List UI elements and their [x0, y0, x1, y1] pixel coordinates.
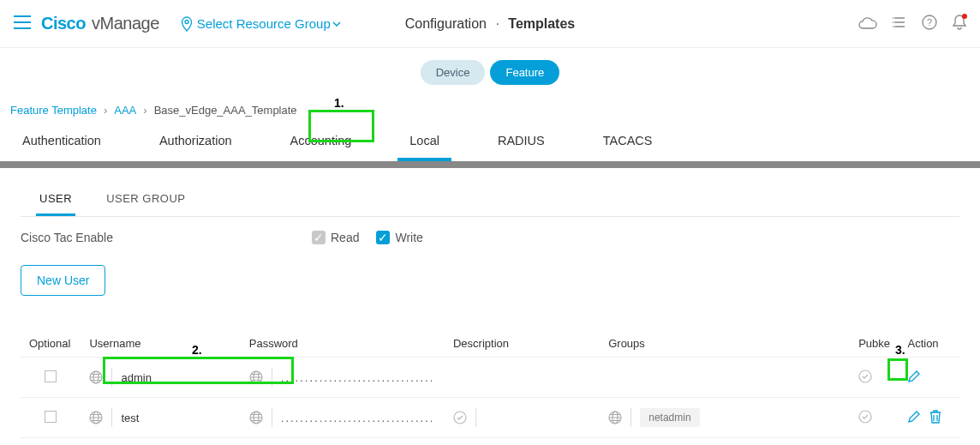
main-tabs: Authentication Authorization Accounting …: [0, 123, 980, 161]
users-table: Optional Username Password Description G…: [21, 330, 959, 445]
brand-main: Cisco: [41, 14, 86, 33]
check-icon: ✓: [376, 231, 390, 244]
table-row: admin................................: [21, 358, 959, 398]
edit-icon[interactable]: [907, 410, 921, 426]
subtab-user[interactable]: USER: [36, 183, 75, 216]
app-header: Cisco vManage Select Resource Group Conf…: [0, 0, 980, 48]
divider: [630, 408, 631, 427]
password-value: ................................: [281, 371, 435, 384]
tab-tacacs[interactable]: TACACS: [591, 123, 665, 161]
group-tag: netadmin: [640, 408, 699, 427]
menu-icon[interactable]: [14, 15, 31, 32]
col-password: Password: [241, 330, 445, 358]
globe-icon[interactable]: [608, 411, 622, 424]
resource-group-label: Select Resource Group: [197, 16, 331, 31]
template-type-toggle: Device Feature: [0, 48, 980, 97]
chevron-right-icon: ›: [143, 104, 146, 117]
help-icon[interactable]: ?: [922, 15, 937, 33]
svg-point-18: [859, 411, 871, 423]
delete-icon[interactable]: [929, 410, 941, 426]
subtab-user-group[interactable]: USER GROUP: [103, 183, 188, 216]
check-icon: ✓: [312, 231, 326, 244]
globe-icon[interactable]: [89, 370, 103, 384]
new-user-button[interactable]: New User: [21, 265, 105, 296]
globe-icon[interactable]: [249, 370, 263, 384]
content-area: USER USER GROUP Cisco Tac Enable ✓ Read …: [0, 183, 980, 445]
tab-local[interactable]: Local: [397, 123, 451, 161]
crumb-current: Base_vEdge_AAA_Template: [154, 104, 297, 117]
divider: [111, 368, 112, 387]
check-circle-icon[interactable]: [858, 370, 872, 383]
optional-checkbox[interactable]: [45, 411, 57, 423]
divider: [272, 408, 272, 427]
page-section: Configuration: [405, 16, 487, 31]
tab-accounting[interactable]: Accounting: [278, 123, 364, 161]
tac-label: Cisco Tac Enable: [21, 231, 312, 244]
page-title: Configuration · Templates: [405, 16, 575, 32]
tab-radius[interactable]: RADIUS: [486, 123, 557, 161]
svg-point-15: [454, 412, 466, 424]
sub-tabs: USER USER GROUP: [21, 183, 959, 217]
brand-logo: Cisco vManage: [41, 14, 159, 33]
col-optional: Optional: [21, 330, 81, 358]
resource-group-selector[interactable]: Select Resource Group: [180, 16, 344, 32]
col-username: Username: [81, 330, 240, 358]
chevron-right-icon: ›: [104, 104, 107, 117]
svg-point-10: [859, 370, 871, 382]
optional-checkbox[interactable]: [45, 370, 57, 382]
crumb-feature-template[interactable]: Feature Template: [10, 104, 97, 117]
write-label: Write: [395, 231, 422, 244]
list-icon[interactable]: [893, 16, 906, 31]
col-pubkey: Pubke: [850, 330, 899, 358]
table-row: test2................................ope…: [21, 438, 959, 446]
svg-point-0: [185, 20, 188, 23]
header-actions: ?: [858, 15, 966, 33]
svg-text:?: ?: [927, 17, 932, 27]
cloud-icon[interactable]: [858, 15, 877, 32]
device-pill[interactable]: Device: [421, 60, 486, 85]
page-subsection: Templates: [508, 16, 575, 31]
feature-pill[interactable]: Feature: [490, 60, 559, 85]
divider: [272, 368, 272, 387]
check-circle-icon[interactable]: [453, 411, 467, 424]
username-value: admin: [121, 371, 151, 384]
divider: [111, 408, 112, 427]
callout-2: 2.: [192, 343, 202, 357]
pin-icon: [180, 16, 194, 32]
col-description: Description: [445, 330, 600, 358]
divider-bar: [0, 161, 980, 168]
table-row: test................................neta…: [21, 398, 959, 438]
callout-1: 1.: [334, 96, 344, 110]
read-checkbox[interactable]: ✓ Read: [312, 231, 359, 244]
col-action: Action: [899, 330, 959, 358]
divider: [475, 408, 476, 427]
write-checkbox[interactable]: ✓ Write: [376, 231, 422, 244]
check-circle-icon[interactable]: [858, 410, 872, 424]
brand-sub: vManage: [92, 14, 159, 33]
breadcrumb: Feature Template › AAA › Base_vEdge_AAA_…: [0, 97, 980, 123]
crumb-aaa[interactable]: AAA: [114, 104, 136, 117]
title-separator: ·: [495, 16, 499, 31]
notifications-icon[interactable]: [953, 15, 966, 33]
chevron-down-icon: [332, 21, 341, 27]
col-groups: Groups: [600, 330, 850, 358]
svg-point-3: [893, 26, 893, 27]
svg-point-1: [893, 17, 893, 19]
callout-3: 3.: [895, 343, 905, 357]
tac-enable-row: Cisco Tac Enable ✓ Read ✓ Write: [21, 217, 959, 265]
read-label: Read: [331, 231, 359, 244]
edit-icon[interactable]: [907, 370, 921, 386]
password-value: ................................: [281, 412, 435, 424]
tab-authorization[interactable]: Authorization: [147, 123, 244, 161]
username-value: test: [121, 412, 139, 424]
svg-point-2: [893, 21, 893, 23]
globe-icon[interactable]: [249, 411, 263, 424]
globe-icon[interactable]: [89, 411, 103, 424]
tab-authentication[interactable]: Authentication: [10, 123, 113, 161]
